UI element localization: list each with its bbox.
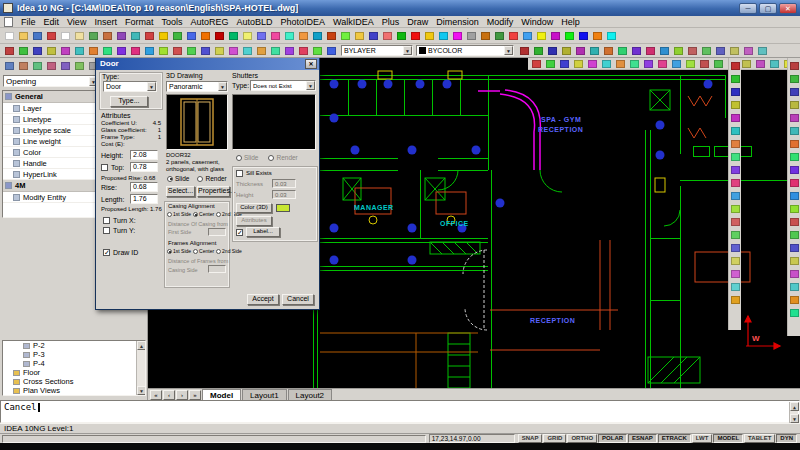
tab-nav-button[interactable]: › xyxy=(176,390,188,400)
menu-file[interactable]: File xyxy=(17,16,40,28)
cancel-button[interactable]: Cancel xyxy=(282,294,314,305)
menu-format[interactable]: Format xyxy=(121,16,158,28)
menu-photoidea[interactable]: PhotoIDEA xyxy=(277,16,330,28)
tab-layout1[interactable]: Layout1 xyxy=(242,389,286,400)
toolbar-icon[interactable] xyxy=(684,58,697,69)
toolbar-icon[interactable] xyxy=(73,60,86,72)
toolbar-icon[interactable] xyxy=(45,45,58,57)
toolbar-icon[interactable] xyxy=(616,45,629,57)
toolbar-icon[interactable] xyxy=(297,30,310,42)
toolbar-icon[interactable] xyxy=(788,86,800,98)
toolbar-icon[interactable] xyxy=(213,30,226,42)
status-toggle-grid[interactable]: GRID xyxy=(543,434,566,443)
toolbar-icon[interactable] xyxy=(73,30,86,42)
toolbar-icon[interactable] xyxy=(558,58,571,69)
toolbar-icon[interactable] xyxy=(788,190,800,202)
toolbar-icon[interactable] xyxy=(45,30,58,42)
toolbar-icon[interactable] xyxy=(325,30,338,42)
tree-item[interactable]: P-4 xyxy=(3,359,145,368)
turn-y-checkbox[interactable] xyxy=(103,227,110,234)
sill-exists-checkbox[interactable] xyxy=(236,170,243,177)
toolbar-icon[interactable] xyxy=(549,30,562,42)
linetype-combobox[interactable]: BYLAYER ▼ xyxy=(341,45,413,56)
toolbar-icon[interactable] xyxy=(614,58,627,69)
toolbar-icon[interactable] xyxy=(788,112,800,124)
toolbar-icon[interactable] xyxy=(227,30,240,42)
chevron-down-icon[interactable]: ▼ xyxy=(306,81,315,90)
toolbar-icon[interactable] xyxy=(451,30,464,42)
dialog-close-icon[interactable]: ✕ xyxy=(305,59,317,69)
toolbar-icon[interactable] xyxy=(87,30,100,42)
toolbar-icon[interactable] xyxy=(729,203,741,215)
toolbar-icon[interactable] xyxy=(740,58,753,69)
toolbar-icon[interactable] xyxy=(241,30,254,42)
menu-modify[interactable]: Modify xyxy=(483,16,518,28)
toolbar-icon[interactable] xyxy=(171,45,184,57)
toolbar-icon[interactable] xyxy=(788,99,800,111)
toolbar-icon[interactable] xyxy=(31,30,44,42)
height-field[interactable]: 2.08 xyxy=(130,150,158,160)
toolbar-icon[interactable] xyxy=(602,45,615,57)
toolbar-icon[interactable] xyxy=(756,45,769,57)
toolbar-icon[interactable] xyxy=(686,45,699,57)
menu-insert[interactable]: Insert xyxy=(90,16,121,28)
toolbar-icon[interactable] xyxy=(311,45,324,57)
status-toggle-model[interactable]: MODEL xyxy=(713,434,743,443)
properties-button[interactable]: Properties... xyxy=(197,186,230,197)
toolbar-icon[interactable] xyxy=(283,45,296,57)
toolbar-icon[interactable] xyxy=(754,58,767,69)
toolbar-icon[interactable] xyxy=(532,45,545,57)
toolbar-icon[interactable] xyxy=(3,30,16,42)
toolbar-icon[interactable] xyxy=(712,58,725,69)
toolbar-icon[interactable] xyxy=(560,45,573,57)
toolbar-icon[interactable] xyxy=(729,268,741,280)
scroll-down-icon[interactable]: ▼ xyxy=(137,386,146,395)
toolbar-icon[interactable] xyxy=(729,177,741,189)
label-button[interactable]: Label... xyxy=(246,227,280,237)
casing-align-center[interactable]: Center xyxy=(193,211,214,217)
length-field[interactable]: 1.76 xyxy=(130,194,158,204)
toolbar-icon[interactable] xyxy=(574,45,587,57)
tree-item[interactable]: P-2 xyxy=(3,341,145,350)
toolbar-icon[interactable] xyxy=(255,30,268,42)
toolbar-icon[interactable] xyxy=(283,30,296,42)
toolbar-icon[interactable] xyxy=(728,45,741,57)
toolbar-icon[interactable] xyxy=(17,60,30,72)
toolbar-icon[interactable] xyxy=(59,30,72,42)
casing-align-1st-side[interactable]: 1st Side xyxy=(167,211,191,217)
tree-item[interactable]: Plan Views xyxy=(3,386,145,395)
toolbar-icon[interactable] xyxy=(729,281,741,293)
status-toggle-ortho[interactable]: ORTHO xyxy=(567,434,597,443)
turn-x-checkbox[interactable] xyxy=(103,217,110,224)
toolbar-icon[interactable] xyxy=(577,30,590,42)
status-toggle-tablet[interactable]: TABLET xyxy=(744,434,775,443)
toolbar-icon[interactable] xyxy=(269,45,282,57)
toolbar-icon[interactable] xyxy=(729,125,741,137)
toolbar-icon[interactable] xyxy=(729,229,741,241)
toolbar-icon[interactable] xyxy=(213,45,226,57)
toolbar-icon[interactable] xyxy=(157,30,170,42)
toolbar-icon[interactable] xyxy=(788,242,800,254)
toolbar-icon[interactable] xyxy=(644,45,657,57)
toolbar-icon[interactable] xyxy=(530,58,543,69)
slide-radio[interactable] xyxy=(167,176,173,182)
toolbar-icon[interactable] xyxy=(729,151,741,163)
menu-help[interactable]: Help xyxy=(557,16,584,28)
toolbar-icon[interactable] xyxy=(409,30,422,42)
toolbar-icon[interactable] xyxy=(465,30,478,42)
toolbar-icon[interactable] xyxy=(788,294,800,306)
menu-window[interactable]: Window xyxy=(517,16,557,28)
tab-nav-button[interactable]: « xyxy=(150,390,162,400)
maximize-button[interactable]: ▢ xyxy=(759,3,777,14)
toolbar-icon[interactable] xyxy=(31,60,44,72)
dialog-title-bar[interactable]: Door ✕ xyxy=(96,58,319,70)
draw-id-checkbox[interactable] xyxy=(103,249,110,256)
drawing3d-type-combobox[interactable]: Panoramic ▼ xyxy=(166,81,228,92)
door-type-combobox[interactable]: Door ▼ xyxy=(103,81,157,92)
toolbar-icon[interactable] xyxy=(199,45,212,57)
toolbar-icon[interactable] xyxy=(269,30,282,42)
chevron-down-icon[interactable]: ▼ xyxy=(147,82,156,91)
toolbar-icon[interactable] xyxy=(588,45,601,57)
menu-edit[interactable]: Edit xyxy=(40,16,64,28)
toolbar-icon[interactable] xyxy=(518,45,531,57)
